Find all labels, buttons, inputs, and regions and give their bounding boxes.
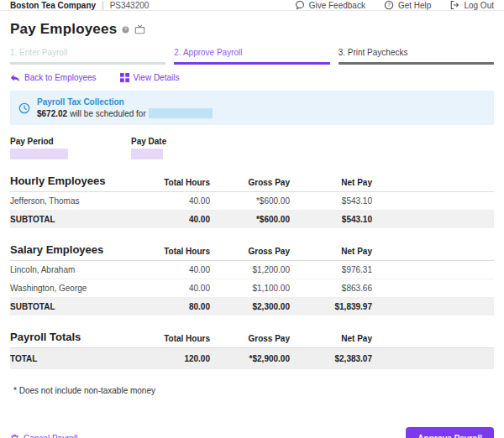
redacted-date-block: [149, 108, 213, 118]
logout-icon: [449, 0, 459, 10]
pay-period-label: Pay Period: [10, 137, 68, 146]
cancel-payroll-link[interactable]: Cancel Payroll: [10, 434, 77, 438]
subtotal-row: SUBTOTAL 40.00 *$600.00 $543.10: [10, 211, 494, 228]
info-icon[interactable]: ?: [122, 26, 129, 34]
step-print-paychecks-label: 3. Print Paychecks: [339, 48, 408, 57]
page-actions: Cancel Payroll Approve Payroll: [10, 427, 494, 438]
question-circle-icon: ?: [384, 0, 394, 10]
banner-message: $672.02 will be scheduled for: [37, 108, 213, 118]
col-gross-pay: Gross Pay: [210, 178, 290, 187]
banner-text: will be scheduled for: [70, 109, 146, 118]
step-enter-payroll-label: 1. Enter Payroll: [10, 48, 67, 57]
trash-icon: [10, 434, 19, 438]
payroll-totals-table: Payroll Totals Total Hours Gross Pay Net…: [10, 331, 494, 369]
total-gross: *$2,900.00: [210, 348, 290, 369]
give-feedback-link[interactable]: Give Feedback: [295, 0, 365, 10]
employee-gross: $1,200.00: [210, 261, 290, 279]
view-details-link[interactable]: View Details: [120, 73, 180, 82]
payroll-totals-title: Payroll Totals: [10, 331, 130, 343]
banner-amount: $672.02: [37, 109, 67, 118]
employee-hours: 40.00: [130, 279, 210, 297]
get-help-label: Get Help: [398, 1, 431, 10]
company-name: Boston Tea Company: [10, 1, 96, 10]
back-arrow-icon: [10, 74, 20, 82]
col-total-hours: Total Hours: [130, 334, 210, 343]
employee-hours: 40.00: [130, 192, 210, 210]
employee-gross: $1,100.00: [210, 279, 290, 297]
table-header-row: Hourly Employees Total Hours Gross Pay N…: [10, 175, 494, 192]
employee-name: Jefferson, Thomas: [10, 192, 130, 210]
col-total-hours: Total Hours: [130, 178, 210, 187]
subtotal-net: $543.10: [290, 211, 372, 228]
total-label: TOTAL: [10, 348, 130, 369]
subtotal-label: SUBTOTAL: [10, 298, 130, 315]
payroll-tax-banner: Payroll Tax Collection $672.02 will be s…: [10, 91, 494, 125]
employee-gross: *$600.00: [210, 192, 290, 210]
table-header-row: Payroll Totals Total Hours Gross Pay Net…: [10, 331, 494, 348]
svg-text:?: ?: [124, 27, 127, 32]
col-net-pay: Net Pay: [290, 178, 372, 187]
get-help-link[interactable]: ? Get Help: [384, 0, 431, 10]
table-row[interactable]: Washington, George 40.00 $1,100.00 $863.…: [10, 279, 494, 298]
employee-net: $976.31: [290, 261, 372, 279]
total-row: TOTAL 120.00 *$2,900.00 $2,383.07: [10, 348, 494, 369]
main-content: Pay Employees ? 1. Enter Payroll 2. Appr…: [0, 11, 504, 438]
subtotal-net: $1,839.97: [290, 298, 372, 315]
step-approve-payroll-label: 2. Approve Payroll: [174, 48, 242, 57]
pay-date-value-redacted: [131, 149, 163, 159]
employee-hours: 40.00: [130, 261, 210, 279]
payroll-id: PS343200: [110, 1, 150, 10]
col-net-pay: Net Pay: [290, 334, 372, 343]
subtotal-label: SUBTOTAL: [10, 211, 130, 228]
employee-name: Washington, George: [10, 279, 130, 297]
hourly-employees-title: Hourly Employees: [10, 175, 130, 187]
subtotal-gross: $2,300.00: [210, 298, 290, 315]
employee-net: $543.10: [290, 192, 372, 210]
banner-body: Payroll Tax Collection $672.02 will be s…: [37, 97, 213, 118]
view-details-label: View Details: [134, 73, 180, 82]
pay-info-row: Pay Period Pay Date: [10, 137, 494, 159]
pay-date-label: Pay Date: [131, 137, 166, 146]
cancel-payroll-label: Cancel Payroll: [24, 434, 77, 438]
back-to-employees-label: Back to Employees: [24, 73, 97, 82]
step-print-paychecks[interactable]: 3. Print Paychecks: [339, 48, 494, 65]
table-row[interactable]: Lincoln, Abraham 40.00 $1,200.00 $976.31: [10, 261, 494, 279]
step-enter-payroll[interactable]: 1. Enter Payroll: [10, 48, 165, 65]
log-out-link[interactable]: Log Out: [449, 0, 494, 10]
employee-name: Lincoln, Abraham: [10, 261, 130, 279]
video-icon[interactable]: [134, 24, 145, 34]
salary-employees-table: Salary Employees Total Hours Gross Pay N…: [10, 243, 494, 315]
give-feedback-label: Give Feedback: [309, 1, 365, 10]
footnote: * Does not include non-taxable money: [10, 386, 494, 395]
hourly-employees-table: Hourly Employees Total Hours Gross Pay N…: [10, 175, 494, 228]
toolbar: Back to Employees View Details: [10, 73, 494, 82]
account-info: Boston Tea Company | PS343200: [10, 1, 149, 10]
page-title: Pay Employees: [10, 21, 117, 38]
banner-title: Payroll Tax Collection: [37, 97, 213, 107]
log-out-label: Log Out: [464, 1, 494, 10]
step-progress: 1. Enter Payroll 2. Approve Payroll 3. P…: [10, 48, 494, 65]
pay-date-group: Pay Date: [131, 137, 166, 159]
col-total-hours: Total Hours: [130, 247, 210, 256]
col-gross-pay: Gross Pay: [210, 334, 290, 343]
back-to-employees-link[interactable]: Back to Employees: [10, 73, 97, 82]
subtotal-row: SUBTOTAL 80.00 $2,300.00 $1,839.97: [10, 298, 494, 315]
top-bar: Boston Tea Company | PS343200 Give Feedb…: [0, 0, 504, 11]
pay-period-value-redacted: [10, 149, 68, 159]
salary-employees-title: Salary Employees: [10, 243, 130, 256]
pay-period-group: Pay Period: [10, 137, 68, 159]
speech-bubble-icon: [295, 0, 305, 10]
app-window: Boston Tea Company | PS343200 Give Feedb…: [0, 0, 504, 438]
col-gross-pay: Gross Pay: [210, 247, 290, 256]
subtotal-gross: *$600.00: [210, 211, 290, 228]
header-actions: Give Feedback ? Get Help Log Out: [295, 0, 494, 10]
approve-payroll-button[interactable]: Approve Payroll: [406, 427, 494, 438]
table-row[interactable]: Jefferson, Thomas 40.00 *$600.00 $543.10: [10, 192, 494, 211]
col-net-pay: Net Pay: [290, 247, 372, 256]
table-header-row: Salary Employees Total Hours Gross Pay N…: [10, 243, 494, 261]
step-approve-payroll[interactable]: 2. Approve Payroll: [174, 48, 329, 65]
clock-icon: [18, 97, 30, 118]
total-net: $2,383.07: [290, 348, 372, 369]
subtotal-hours: 80.00: [130, 298, 210, 315]
subtotal-hours: 40.00: [130, 211, 210, 228]
